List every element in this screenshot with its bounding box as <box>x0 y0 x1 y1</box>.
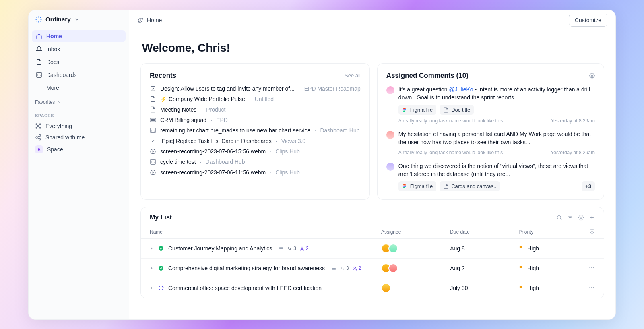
space-shared[interactable]: Shared with me <box>29 132 129 143</box>
svg-rect-29 <box>151 86 155 91</box>
comment-time: Yesterday at 8:29am <box>551 150 595 155</box>
comment-text: It's a great question @JulieKo - Intent … <box>398 85 595 102</box>
recent-title: ⚡ Company Wide Portfolio Pulse <box>160 96 245 102</box>
recent-item[interactable]: [Epic] Replace Task List Card in Dashboa… <box>150 138 361 144</box>
see-all-link[interactable]: See all <box>345 72 361 79</box>
recent-location: Clips Hub <box>275 148 300 155</box>
add-column-icon[interactable] <box>589 228 595 234</box>
svg-point-24 <box>39 134 41 136</box>
search-icon[interactable] <box>556 215 562 221</box>
recent-item[interactable]: remaining bar chart pre_mades to use new… <box>150 127 361 134</box>
recents-title: Recents <box>150 72 176 80</box>
mention[interactable]: @JulieKo <box>449 86 473 93</box>
recents-card: Recents See all Design: Allow users to t… <box>140 63 370 200</box>
share-icon <box>35 134 41 141</box>
svg-line-3 <box>40 21 41 21</box>
svg-line-20 <box>39 124 39 125</box>
comment-attachments: Figma fileCards and canvas..+3 <box>398 181 595 191</box>
table-row[interactable]: Customer Journey Mapping and Analytics32… <box>141 239 604 259</box>
assignee-count[interactable]: 2 <box>299 246 309 251</box>
leaf-icon <box>137 17 144 23</box>
expand-icon[interactable] <box>150 266 154 270</box>
comment-item[interactable]: My hesitation of having a personal list … <box>386 130 595 155</box>
avatar <box>388 263 398 273</box>
priority[interactable]: High <box>518 265 571 271</box>
comment-text: One thing we discovered is the notion of… <box>398 162 595 178</box>
table-row[interactable]: Comprehensive digital marketing strategy… <box>141 259 604 278</box>
expand-icon[interactable] <box>150 246 154 250</box>
recent-location: Clips Hub <box>275 169 300 176</box>
customize-button[interactable]: Customize <box>569 14 607 27</box>
avatar <box>386 163 394 171</box>
recent-item[interactable]: Meeting Notes·Product <box>150 106 361 113</box>
recent-item[interactable]: screen-recording-2023-07-06-15:56.webm·C… <box>150 148 361 155</box>
svg-rect-49 <box>403 109 405 110</box>
gear-icon[interactable] <box>589 73 595 79</box>
recent-item[interactable]: cycle time test·Dashboard Hub <box>150 159 361 165</box>
priority[interactable]: High <box>518 245 571 252</box>
svg-point-76 <box>593 248 594 248</box>
recent-location: EPD Master Roadmap <box>304 85 361 92</box>
more-horizontal-icon[interactable] <box>588 265 595 271</box>
recent-item[interactable]: screen-recording-2023-07-06-11:56.webm·C… <box>150 169 361 176</box>
svg-rect-52 <box>403 184 405 186</box>
attachment-chip[interactable]: Cards and canvas.. <box>440 181 500 191</box>
svg-point-78 <box>159 266 163 271</box>
assignees[interactable] <box>381 263 432 273</box>
nav-label: Home <box>46 33 62 39</box>
svg-point-19 <box>39 127 41 128</box>
workspace-switcher[interactable]: Ordinary <box>29 10 129 29</box>
attachment-chip[interactable]: Figma file <box>398 105 436 115</box>
recent-item[interactable]: CRM Billing squad·EPD <box>150 117 361 123</box>
recent-item[interactable]: ⚡ Company Wide Portfolio Pulse·Untitled <box>150 96 361 102</box>
comment-item[interactable]: One thing we discovered is the notion of… <box>386 162 595 192</box>
svg-point-12 <box>39 85 39 86</box>
more-vertical-icon <box>36 85 42 91</box>
avatar <box>386 131 394 139</box>
svg-line-7 <box>40 17 41 18</box>
favorites-header[interactable]: Favorites <box>29 95 129 108</box>
subtask-count[interactable]: 3 <box>340 265 349 271</box>
plus-icon[interactable] <box>589 215 595 221</box>
priority[interactable]: High <box>518 285 571 291</box>
assignees[interactable] <box>381 244 432 253</box>
svg-point-18 <box>36 127 37 128</box>
assignee-count[interactable]: 2 <box>352 265 361 271</box>
nav-home[interactable]: Home <box>32 30 126 42</box>
expand-icon[interactable] <box>150 286 154 290</box>
attachment-chip[interactable]: Doc title <box>440 105 474 115</box>
nav-inbox[interactable]: Inbox <box>32 43 126 55</box>
recent-title: screen-recording-2023-07-06-11:56.webm <box>160 169 266 176</box>
recents-list: Design: Allow users to tag and invite an… <box>150 85 361 176</box>
space-item[interactable]: E Space <box>29 143 129 156</box>
space-everything[interactable]: Everything <box>29 120 129 132</box>
filter-icon[interactable] <box>567 215 573 221</box>
comment-item[interactable]: It's a great question @JulieKo - Intent … <box>386 85 595 124</box>
nav-docs[interactable]: Docs <box>32 56 126 68</box>
recent-title: cycle time test <box>160 159 196 165</box>
comment-text: My hesitation of having a personal list … <box>398 130 595 147</box>
extra-count-chip[interactable]: +3 <box>582 181 595 191</box>
recent-item[interactable]: Design: Allow users to tag and invite an… <box>150 85 361 92</box>
comment-meta: A really really long task name would loo… <box>398 150 595 155</box>
avatar <box>381 283 391 293</box>
gear-icon[interactable] <box>578 215 584 221</box>
subtask-count[interactable]: 3 <box>287 246 296 251</box>
col-name: Name <box>141 225 372 239</box>
svg-point-46 <box>591 75 593 77</box>
more-horizontal-icon[interactable] <box>588 245 595 251</box>
svg-line-28 <box>37 138 39 139</box>
nav-more[interactable]: More <box>32 82 126 94</box>
breadcrumb[interactable]: Home <box>137 17 162 23</box>
attachment-chip[interactable]: Figma file <box>398 181 436 191</box>
assignees[interactable] <box>381 283 432 293</box>
table-row[interactable]: Commercial office space development with… <box>141 278 604 298</box>
svg-rect-30 <box>151 118 155 119</box>
due-date: Aug 2 <box>441 259 510 278</box>
nav-dashboards[interactable]: Dashboards <box>32 69 126 81</box>
comment-task: A really really long task name would loo… <box>398 118 503 124</box>
svg-point-82 <box>354 267 355 268</box>
more-horizontal-icon[interactable] <box>588 284 595 291</box>
svg-point-57 <box>557 215 561 219</box>
svg-line-27 <box>37 136 39 137</box>
